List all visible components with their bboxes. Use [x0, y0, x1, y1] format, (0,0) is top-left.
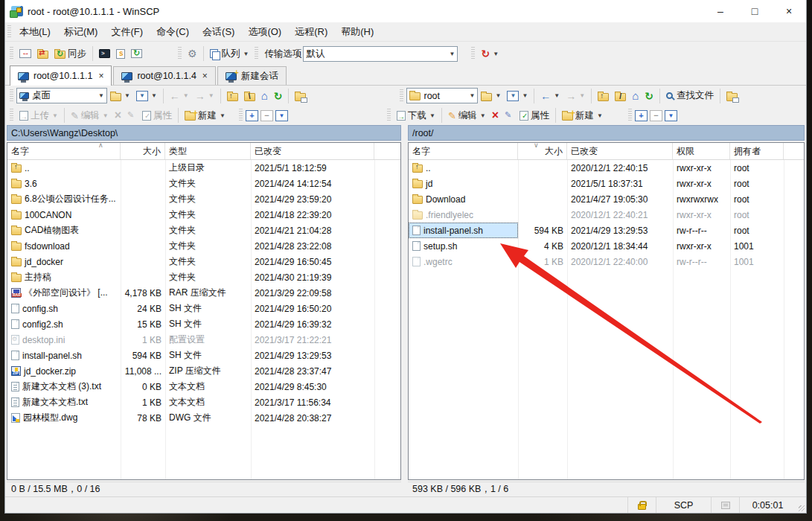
remote-rename-button[interactable]: [502, 109, 517, 121]
local-refresh-button[interactable]: ↻: [271, 89, 286, 103]
queue-button[interactable]: 队列▼: [207, 46, 252, 62]
local-unselect-button[interactable]: −: [260, 110, 273, 121]
tab-session-1[interactable]: root@10.1.1.1 ×: [10, 65, 112, 86]
commander-layout-button[interactable]: [16, 48, 34, 60]
local-forward-button[interactable]: →▼: [192, 89, 217, 103]
column-header-type[interactable]: 类型: [165, 143, 251, 159]
maximize-button[interactable]: □: [738, 0, 772, 22]
remote-forward-button[interactable]: →▼: [563, 89, 588, 103]
local-new-button[interactable]: 新建▼: [182, 108, 228, 124]
local-drive-combo[interactable]: 桌面 ▼: [16, 88, 107, 103]
file-row[interactable]: .wgetrc1 KB2020/12/1 22:40:00rw-r--r--10…: [409, 254, 804, 269]
local-parent-dir-button[interactable]: [224, 89, 241, 103]
remote-parent-dir-button[interactable]: [595, 89, 612, 103]
file-row[interactable]: install-panel.sh594 KB2021/4/29 13:29:53…: [409, 223, 804, 238]
file-row[interactable]: jd_docker文件夹2021/4/29 16:50:45: [7, 254, 400, 269]
column-header-size[interactable]: 大小: [121, 143, 165, 159]
transfer-settings-button[interactable]: ↻▼: [478, 47, 502, 60]
remote-select-button[interactable]: +: [635, 110, 648, 121]
upload-button[interactable]: 上传▼: [16, 108, 61, 124]
resize-grip[interactable]: [796, 497, 806, 513]
file-row[interactable]: config2.sh15 KBSH 文件2021/4/29 16:39:32: [7, 316, 400, 332]
open-terminal-button[interactable]: [96, 48, 113, 60]
remote-properties-button[interactable]: 属性: [517, 108, 552, 124]
file-row[interactable]: ..2020/12/1 22:40:15rwxr-xr-xroot: [409, 160, 804, 176]
menu-file[interactable]: 文件(F): [104, 22, 150, 41]
file-row[interactable]: 新建文本文档.txt1 KB文本文档2021/3/17 11:56:34: [7, 394, 400, 410]
close-tab-icon[interactable]: ×: [202, 71, 208, 81]
remote-unselect-button[interactable]: −: [650, 110, 662, 121]
file-row[interactable]: CAD植物图表文件夹2021/4/21 21:04:28: [7, 223, 400, 238]
column-header-owner[interactable]: 拥有者: [730, 143, 784, 159]
local-delete-button[interactable]: ×: [112, 108, 124, 123]
close-tab-icon[interactable]: ×: [98, 71, 103, 81]
local-filter-button[interactable]: ▼▼: [133, 89, 160, 103]
file-row[interactable]: ..上级目录2021/5/1 18:12:59: [7, 160, 400, 176]
remote-refresh-button[interactable]: ↻: [642, 89, 656, 103]
menu-command[interactable]: 命令(C): [150, 22, 196, 41]
file-row[interactable]: jd2021/5/1 18:37:31rwxr-xr-xroot: [409, 176, 804, 191]
menu-mark[interactable]: 标记(M): [57, 22, 105, 41]
remote-new-button[interactable]: 新建▼: [559, 108, 606, 124]
tab-session-2[interactable]: root@10.1.1.4 ×: [113, 66, 215, 85]
local-selection-filter-button[interactable]: ▼: [275, 110, 288, 121]
local-home-button[interactable]: ⌂: [258, 89, 271, 103]
download-button[interactable]: 下载▼: [394, 108, 438, 124]
sync-browsing-button[interactable]: [34, 47, 51, 60]
file-row[interactable]: config.sh24 KBSH 文件2021/4/29 16:50:20: [7, 301, 400, 316]
console-button[interactable]: [113, 48, 128, 60]
remote-back-button[interactable]: ←▼: [537, 89, 563, 103]
file-row[interactable]: 新建文本文档 (3).txt0 KB文本文档2021/4/29 8:45:30: [7, 379, 400, 394]
status-connection-cell[interactable]: [711, 497, 739, 513]
column-header-changed[interactable]: 已改变: [567, 143, 673, 159]
remote-edit-button[interactable]: ✎编辑▼: [445, 108, 489, 124]
menu-remote[interactable]: 远程(R): [288, 22, 334, 41]
file-row[interactable]: jd_docker.zip11,008 ...ZIP 压缩文件2021/4/28…: [7, 363, 400, 379]
status-protocol-cell[interactable]: SCP: [656, 497, 711, 513]
transfer-preset-combo[interactable]: 默认 ▼: [303, 46, 458, 62]
remote-delete-button[interactable]: ×: [489, 108, 502, 123]
column-header-size[interactable]: 大小: [518, 143, 567, 159]
local-rename-button[interactable]: [124, 109, 139, 121]
file-row[interactable]: 100CANON文件夹2021/4/18 22:39:20: [7, 207, 400, 223]
refresh-panels-button[interactable]: [128, 48, 145, 60]
column-header-name[interactable]: 名字: [7, 143, 121, 159]
synchronize-button[interactable]: 同步: [51, 46, 89, 62]
remote-path-bar[interactable]: /root/: [408, 125, 805, 141]
column-header-changed[interactable]: 已改变: [251, 143, 374, 159]
column-header-perms[interactable]: 权限: [673, 143, 730, 159]
local-properties-button[interactable]: 属性: [139, 108, 175, 124]
file-row[interactable]: 6.8公顷公园设计任务...文件夹2021/4/29 23:59:20: [7, 191, 400, 207]
local-path-bar[interactable]: C:\Users\Wangz\Desktop\: [7, 125, 401, 141]
menu-help[interactable]: 帮助(H): [334, 22, 380, 41]
local-edit-button[interactable]: ✎编辑▼: [68, 108, 112, 124]
remote-home-button[interactable]: ⌂: [629, 89, 642, 103]
remote-follow-link-button[interactable]: [723, 89, 741, 103]
remote-dir-combo[interactable]: root ▼: [406, 88, 478, 103]
file-row[interactable]: desktop.ini1 KB配置设置2021/3/17 21:22:21: [7, 332, 400, 348]
local-back-button[interactable]: ←▼: [167, 89, 192, 103]
column-header-name[interactable]: 名字: [409, 143, 518, 159]
file-row[interactable]: 园林模型.dwg78 KBDWG 文件2021/4/28 20:38:27: [7, 410, 400, 426]
close-button[interactable]: ×: [772, 0, 806, 22]
minimize-button[interactable]: –: [703, 0, 738, 22]
file-row[interactable]: Download2021/4/27 19:05:30rwxrwxrwxroot: [409, 191, 804, 207]
file-row[interactable]: setup.sh4 KB2020/12/1 18:34:44rwxr-xr-x1…: [409, 238, 804, 254]
preferences-button[interactable]: ⚙: [185, 47, 200, 60]
tab-new-session[interactable]: 新建会话: [217, 66, 287, 85]
menu-session[interactable]: 会话(S): [196, 22, 241, 41]
file-row[interactable]: 3.6文件夹2021/4/24 14:12:54: [7, 176, 400, 191]
menu-options[interactable]: 选项(O): [241, 22, 288, 41]
local-open-dir-button[interactable]: ▼: [107, 89, 133, 103]
remote-root-dir-button[interactable]: [612, 89, 629, 103]
file-row[interactable]: fsdownload文件夹2021/4/28 23:22:08: [7, 238, 400, 254]
file-row[interactable]: 《外部空间设计》 [...4,178 KBRAR 压缩文件2021/3/29 2…: [7, 285, 400, 301]
file-row[interactable]: 主持稿文件夹2021/4/30 21:19:39: [7, 269, 400, 285]
local-root-dir-button[interactable]: [241, 89, 258, 103]
remote-open-dir-button[interactable]: ▼: [478, 89, 504, 103]
menu-local[interactable]: 本地(L): [13, 22, 57, 41]
remote-filter-button[interactable]: ▼▼: [504, 89, 531, 103]
remote-selection-filter-button[interactable]: ▼: [665, 110, 677, 121]
file-row[interactable]: .friendlyelec2020/12/1 22:40:21rwxr-xr-x…: [409, 207, 804, 223]
find-files-button[interactable]: 查找文件: [663, 88, 717, 103]
